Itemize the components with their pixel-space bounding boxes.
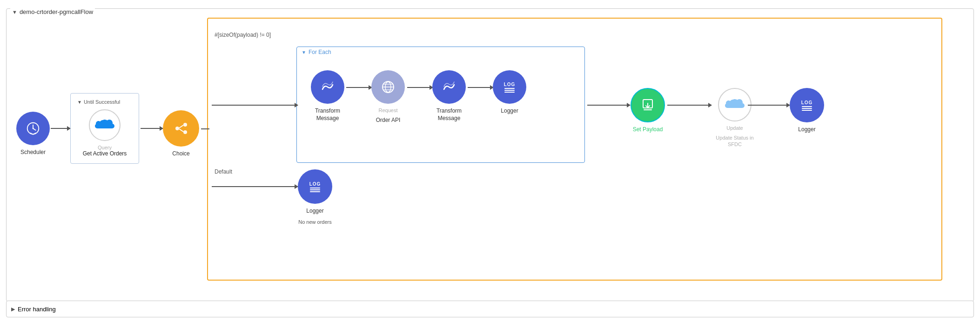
transform-message-1-circle[interactable] [311,70,344,104]
logger-1-label: Logger [501,107,518,115]
arrow-choice-default [212,186,298,187]
set-payload-circle[interactable] [631,88,665,122]
transform-message-2-node[interactable]: TransformMessage [432,70,466,122]
default-logger-node[interactable]: LOG Logger No new orders [298,169,332,225]
set-payload-label: Set Payload [633,126,663,134]
condition-label: #[sizeOf(payload) != 0] [215,32,271,38]
arrow-choice-foreach [212,105,298,106]
transform-message-2-circle[interactable] [432,70,466,104]
svg-line-7 [179,125,183,128]
choice-outer-box: #[sizeOf(payload) != 0] ▼ For Each Trans… [207,18,942,281]
logger-2-node[interactable]: LOG Logger [790,88,824,134]
foreach-title: ▼ For Each [297,47,584,57]
update-sfdc-circle[interactable] [718,88,752,121]
default-label: Default [215,168,232,175]
arrow-foreach-setpayload [587,105,630,106]
arrow-tf2-log1 [468,87,493,88]
transform-message-1-node[interactable]: TransformMessage [311,70,344,122]
logger-2-label: Logger [798,126,815,134]
set-payload-node[interactable]: Set Payload [631,88,665,134]
arrow-until-choice [141,128,163,129]
logger-1-circle[interactable]: LOG [493,70,526,104]
arrow-req-tf2 [407,87,433,88]
arrow-setpayload-update [667,105,712,106]
until-successful-box[interactable]: ▼ Until Successful Query Get Active Orde… [70,93,139,164]
salesforce-circle[interactable] [89,109,121,141]
main-container: ▼ demo-crtorder-pgmcallFlow ▶ Error hand… [0,0,980,322]
transform-message-1-label: TransformMessage [315,107,340,122]
flow-collapse-icon[interactable]: ▼ [12,9,17,15]
until-title: ▼ Until Successful [77,99,120,105]
choice-node[interactable]: Choice [163,110,199,158]
choice-label: Choice [172,150,189,158]
svg-point-6 [183,130,187,134]
scheduler-circle[interactable] [16,112,50,145]
query-label: Query [83,145,127,150]
request-order-api-circle[interactable] [371,70,405,104]
flow-title-bar: ▼ demo-crtorder-pgmcallFlow [10,8,95,15]
request-label: Request [379,107,398,113]
default-logger-label: Logger [306,208,323,215]
arrow-update-log2 [748,105,790,106]
update-label: Update [726,125,743,131]
svg-point-3 [33,128,34,129]
default-logger-circle[interactable]: LOG [298,169,332,204]
svg-line-8 [179,129,183,132]
until-collapse-icon[interactable]: ▼ [77,100,82,105]
scheduler-node[interactable]: Scheduler [16,112,50,156]
request-order-api-node[interactable]: Request Order API [371,70,405,124]
logger-1-node[interactable]: LOG Logger [493,70,526,115]
update-sfdc-label: Update Status in SFDC [712,134,758,148]
foreach-box: ▼ For Each TransformMessage [296,47,585,163]
foreach-collapse-icon[interactable]: ▼ [302,50,306,55]
scheduler-label: Scheduler [20,149,46,156]
get-active-orders-label: Get Active Orders [83,150,127,157]
choice-circle[interactable] [163,110,199,147]
arrow-sched-until [51,128,70,129]
error-handling-label: Error handling [18,306,56,313]
error-handling-expand-icon[interactable]: ▶ [11,306,15,312]
svg-point-5 [183,123,187,127]
flow-title-text: demo-crtorder-pgmcallFlow [20,8,93,15]
update-sfdc-node[interactable]: Update Update Status in SFDC [712,88,758,148]
get-active-orders-node[interactable]: Query Get Active Orders [83,109,127,157]
no-new-orders-label: No new orders [298,219,332,225]
transform-message-2-label: TransformMessage [436,107,462,122]
svg-point-4 [175,127,179,130]
arrow-choice-to-box [201,128,209,129]
arrow-tf1-req [346,87,372,88]
order-api-label: Order API [376,117,401,124]
logger-2-circle[interactable]: LOG [790,88,824,122]
error-handling-bar[interactable]: ▶ Error handling [6,301,974,317]
